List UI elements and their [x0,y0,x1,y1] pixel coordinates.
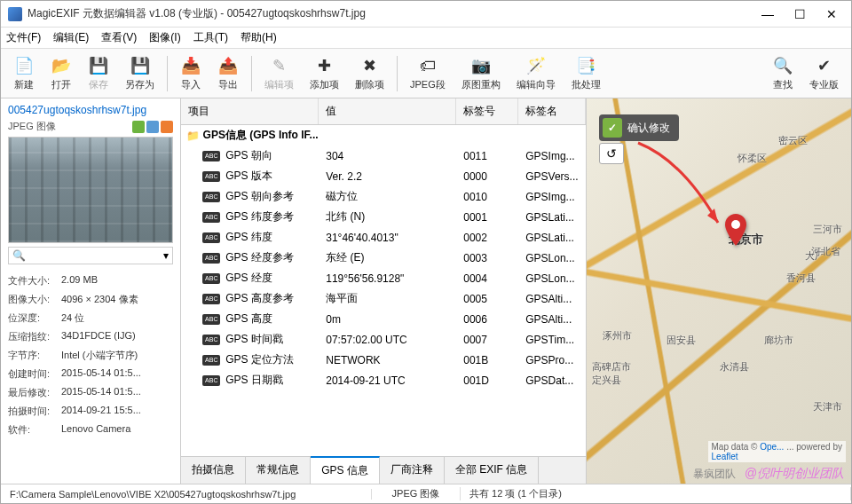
pro-button[interactable]: ✔专业版 [802,53,846,93]
center-panel: 项目 值 标签号 标签名 📁 GPS信息 (GPS Info IF... ABC… [181,98,586,484]
batch-button[interactable]: 📑批处理 [564,53,608,93]
col-tagname[interactable]: 标签名 [518,98,585,124]
wizard-button[interactable]: 🪄编辑向导 [509,53,563,93]
search-input[interactable] [29,250,160,261]
cell-tagname: GPSTim... [518,334,585,346]
table-row[interactable]: ABCGPS 时间戳 07:57:02.00 UTC 0007 GPSTim..… [181,329,585,350]
close-button[interactable]: ✕ [819,5,844,23]
grid-body[interactable]: 📁 GPS信息 (GPS Info IF... ABCGPS 朝向 304 00… [181,125,585,456]
meta-depth-value: 24 位 [61,311,173,325]
cell-item: ABCGPS 高度 [181,311,319,327]
maximize-button[interactable]: ☐ [787,5,812,23]
open-button[interactable]: 📂打开 [43,53,79,93]
table-row[interactable]: ABCGPS 朝向参考 磁方位 0010 GPSImg... [181,186,585,207]
tab-maker[interactable]: 厂商注释 [380,457,445,484]
cell-tagno: 0006 [456,313,518,326]
table-row[interactable]: ABCGPS 定位方法 NETWORK 001B GPSPro... [181,350,585,370]
menu-help[interactable]: 帮助(H) [241,30,277,45]
tab-gps[interactable]: GPS 信息 [311,456,380,484]
save-button[interactable]: 💾保存 [81,53,116,93]
filetype-label: JPEG 图像 [8,120,56,133]
cell-item: ABCGPS 朝向 [181,148,319,163]
export-icon: 📤 [217,55,239,76]
cell-value: NETWORK [319,354,456,366]
status-type: JPEG 图像 [372,487,461,500]
table-row[interactable]: ABCGPS 纬度参考 北纬 (N) 0001 GPSLati... [181,207,585,227]
cell-item: ABCGPS 经度 [181,271,319,286]
folder-icon: 📁 [186,130,200,142]
delete-icon: ✖ [359,55,381,76]
cell-tagname: GPSLon... [518,272,585,285]
meta-dim-label: 图像大小: [8,293,61,306]
meta-ctime-label: 创建时间: [8,367,61,381]
tabs: 拍摄信息 常规信息 GPS 信息 厂商注释 全部 EXIF 信息 [181,456,585,484]
meta-sw-label: 软件: [8,423,61,437]
col-tagno[interactable]: 标签号 [456,98,518,124]
export-button[interactable]: 📤导出 [210,53,246,93]
minimize-button[interactable]: — [755,5,780,23]
table-row[interactable]: ABCGPS 版本 Ver. 2.2 0000 GPSVers... [181,166,585,186]
table-row[interactable]: ABCGPS 经度 119°56'56.9128" 0004 GPSLon... [181,268,585,288]
map-attribution: Map data © Ope... ... powered by Leaflet [708,441,846,462]
jpeg-seg-button[interactable]: 🏷JPEG段 [403,53,453,93]
cell-value: 2014-09-21 UTC [319,374,456,387]
save-as-button[interactable]: 💾另存为 [118,53,162,93]
add-item-button[interactable]: ✚添加项 [303,53,346,93]
menu-view[interactable]: 查看(V) [101,30,137,45]
tab-shoot[interactable]: 拍摄信息 [181,457,246,484]
import-button[interactable]: 📥导入 [173,53,209,93]
table-row[interactable]: ABCGPS 纬度 31°46'40.4013" 0002 GPSLati... [181,227,585,248]
edit-icon: ✎ [269,55,290,76]
col-item[interactable]: 项目 [181,98,319,124]
tab-all[interactable]: 全部 EXIF 信息 [445,457,539,484]
table-row[interactable]: ABCGPS 朝向 304 0011 GPSImg... [181,146,585,166]
table-row[interactable]: ABCGPS 日期戳 2014-09-21 UTC 001D GPSDat... [181,370,585,390]
map[interactable]: 北京市 天津市 河北省 廊坊市 涿州市 密云区 怀柔区 三河市 永清县 固安县 … [587,98,851,484]
map-label-gaobeidian: 高碑店市 [592,360,631,374]
thumb-icons [132,121,173,133]
meta-endian-value: Intel (小端字节序) [61,349,173,362]
map-panel[interactable]: 北京市 天津市 河北省 廊坊市 涿州市 密云区 怀柔区 三河市 永清县 固安县 … [587,98,851,484]
menu-file[interactable]: 文件(F) [6,30,41,45]
table-row[interactable]: ABCGPS 高度 0m 0006 GPSAlti... [181,309,585,329]
cell-value: 304 [319,150,456,162]
filename-label: 005427ugtoqskoshrhsw7t.jpg [8,104,173,116]
meta-shot-label: 拍摄时间: [8,405,61,418]
rebuild-button[interactable]: 📷原图重构 [454,53,508,93]
find-button[interactable]: 🔍查找 [765,53,801,93]
toolbar: 📄新建 📂打开 💾保存 💾另存为 📥导入 📤导出 ✎编辑项 ✚添加项 ✖删除项 … [1,49,851,98]
col-value[interactable]: 值 [319,98,456,124]
map-label-xianghe: 香河县 [786,272,816,285]
open-icon: 📂 [51,55,72,76]
meta-endian-label: 字节序: [8,349,61,362]
table-row[interactable]: ABCGPS 经度参考 东经 (E) 0003 GPSLon... [181,248,585,268]
edit-item-button[interactable]: ✎编辑项 [257,53,301,93]
new-button[interactable]: 📄新建 [6,53,42,93]
menu-edit[interactable]: 编辑(E) [53,30,89,45]
leaflet-link[interactable]: Leaflet [712,452,738,461]
map-label-baoding: 涿州市 [603,329,632,343]
osm-link[interactable]: Ope... [760,442,784,452]
check-icon: ✓ [603,118,622,138]
menu-image[interactable]: 图像(I) [149,30,180,45]
dropdown-icon[interactable]: ▾ [163,249,169,262]
window-title: MagicEXIF 元数据编辑器 v1.08 (专业版) - 005427ugt… [28,6,755,21]
confirm-change-button[interactable]: ✓ 确认修改 [599,114,679,141]
cell-item: ABCGPS 高度参考 [181,291,319,306]
cell-tagname: GPSImg... [518,191,585,203]
table-row[interactable]: ABCGPS 高度参考 海平面 0005 GPSAlti... [181,288,585,309]
save-as-icon: 💾 [130,55,151,76]
cell-tagno: 001D [456,374,518,387]
menu-tools[interactable]: 工具(T) [193,30,228,45]
undo-button[interactable]: ↺ [599,143,624,164]
cell-item: ABCGPS 经度参考 [181,250,319,265]
tab-general[interactable]: 常规信息 [246,457,311,484]
folder-row[interactable]: 📁 GPS信息 (GPS Info IF... [181,125,585,146]
cell-item: ABCGPS 日期戳 [181,373,319,388]
app-icon [8,7,22,21]
map-marker[interactable] [724,214,747,246]
map-label-dachang: 大厂 [805,249,824,263]
map-label-huairou: 怀柔区 [738,152,767,165]
delete-item-button[interactable]: ✖删除项 [348,53,391,93]
watermark-2: 暴疯团队 [693,467,736,482]
